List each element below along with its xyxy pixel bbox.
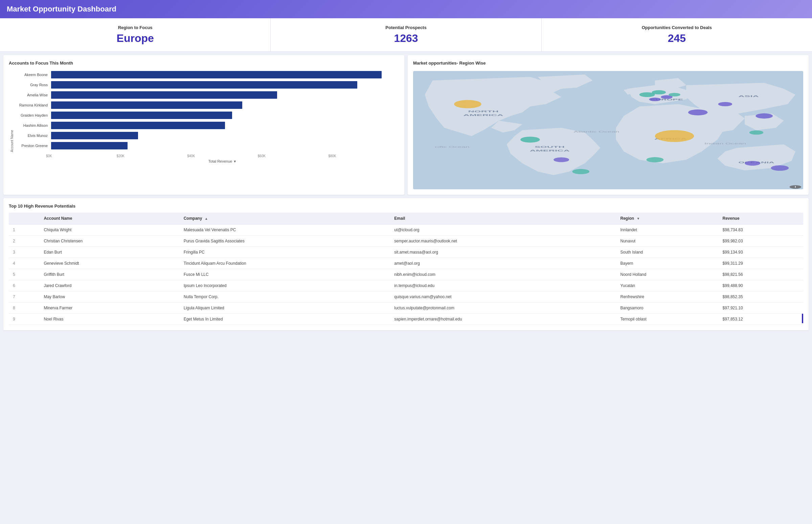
table-row: 7 May Barlow Nulla Tempor Corp. quisque.…: [9, 291, 803, 302]
row-email: nibh.enim@icloud.com: [390, 269, 616, 280]
bar-fill: [51, 101, 242, 109]
table-title: Top 10 High Revenue Potentials: [9, 203, 803, 209]
col-revenue[interactable]: Revenue: [719, 213, 803, 225]
row-revenue: $97,853.12: [719, 314, 803, 325]
bar-label: Graiden Hayden: [14, 113, 51, 117]
bar-label: Hashim Allison: [14, 124, 51, 128]
svg-text:AMERICA: AMERICA: [529, 149, 570, 152]
svg-point-17: [652, 90, 666, 95]
kpi-region-value: Europe: [10, 32, 260, 45]
map-container: NORTH AMERICA SOUTH AMERICA EUROPE ASIA …: [413, 71, 803, 189]
row-num: 5: [9, 269, 39, 280]
row-num: 2: [9, 236, 39, 247]
col-account[interactable]: Account Name: [39, 213, 179, 225]
table-header-row: Account Name Company ▲ Email Region ▼ Re…: [9, 213, 803, 225]
row-revenue: $98,734.83: [719, 225, 803, 236]
col-region[interactable]: Region ▼: [616, 213, 718, 225]
row-region: Renfrewshire: [616, 291, 718, 302]
bar-row: Gray Ross: [14, 81, 399, 88]
row-region: South Island: [616, 247, 718, 258]
svg-text:i: i: [794, 185, 796, 188]
bar-track: [51, 122, 399, 129]
row-revenue: $99,488.90: [719, 280, 803, 291]
bar-label: Elvis Munoz: [14, 133, 51, 137]
kpi-row: Region to Focus Europe Potential Prospec…: [0, 18, 812, 52]
kpi-deals: Opportunities Converted to Deals 245: [542, 18, 812, 51]
col-company[interactable]: Company ▲: [180, 213, 391, 225]
row-revenue: $98,821.56: [719, 269, 803, 280]
row-email: sapien.imperdiet.ornare@hotmail.edu: [390, 314, 616, 325]
svg-point-12: [454, 100, 481, 109]
expand-arrow-icon[interactable]: ▼: [233, 160, 237, 163]
row-company: Eget Metus In Limited: [180, 314, 391, 325]
table-body: 1 Chiquita Wright Malesuada Vel Venenati…: [9, 225, 803, 325]
row-company: Nulla Tempor Corp.: [180, 291, 391, 302]
charts-row: Accounts to Focus This Month Account Nam…: [3, 55, 809, 195]
svg-point-28: [771, 165, 789, 171]
row-company: Fringilla PC: [180, 247, 391, 258]
bar-fill: [51, 122, 225, 129]
table-row: 8 Minerva Farmer Ligula Aliquam Limited …: [9, 302, 803, 314]
x-tick: $20K: [117, 154, 188, 158]
table-section: Top 10 High Revenue Potentials Account N…: [3, 198, 809, 330]
main-content: Accounts to Focus This Month Account Nam…: [0, 52, 812, 334]
bar-label: Ramona Kirkland: [14, 103, 51, 107]
row-account: Griffith Burt: [39, 269, 179, 280]
bar-fill: [51, 132, 138, 139]
row-region: Bangsamoro: [616, 302, 718, 314]
kpi-region: Region to Focus Europe: [0, 18, 271, 51]
row-region: Ternopil oblast: [616, 314, 718, 325]
row-company: Malesuada Vel Venenatis PC: [180, 225, 391, 236]
svg-point-22: [655, 130, 694, 142]
row-num: 4: [9, 258, 39, 269]
world-map-svg: NORTH AMERICA SOUTH AMERICA EUROPE ASIA …: [413, 71, 803, 189]
row-num: 7: [9, 291, 39, 302]
table-row: 5 Griffith Burt Fusce Mi LLC nibh.enim@i…: [9, 269, 803, 280]
svg-point-25: [755, 113, 773, 118]
svg-point-24: [718, 102, 732, 107]
row-region: Innlandet: [616, 225, 718, 236]
table-row: 1 Chiquita Wright Malesuada Vel Venenati…: [9, 225, 803, 236]
bar-track: [51, 112, 399, 119]
bar-row: Elvis Munoz: [14, 132, 399, 139]
row-account: Edan Burt: [39, 247, 179, 258]
row-region: Yucatán: [616, 280, 718, 291]
kpi-prospects: Potential Prospects 1263: [271, 18, 541, 51]
sort-desc-icon: ▼: [636, 217, 640, 220]
table-row: 4 Genevieve Schmidt Tincidunt Aliquam Ar…: [9, 258, 803, 269]
row-company: Fusce Mi LLC: [180, 269, 391, 280]
row-account: Noel Rivas: [39, 314, 179, 325]
row-email: in.tempus@icloud.edu: [390, 280, 616, 291]
bar-fill: [51, 71, 382, 79]
col-email[interactable]: Email: [390, 213, 616, 225]
x-axis: $0K$20K$40K$60K$80K: [9, 154, 399, 158]
row-account: Minerva Farmer: [39, 302, 179, 314]
bar-row: Akeem Boone: [14, 71, 399, 79]
table-header: Account Name Company ▲ Email Region ▼ Re…: [9, 213, 803, 225]
kpi-deals-value: 245: [552, 32, 802, 45]
svg-point-20: [669, 93, 680, 97]
svg-point-19: [649, 98, 661, 101]
bar-fill: [51, 112, 232, 119]
bar-track: [51, 101, 399, 109]
row-revenue: $99,134.93: [719, 247, 803, 258]
map-title: Market opportunities- Region Wise: [413, 61, 803, 66]
row-num: 8: [9, 302, 39, 314]
row-region: Noord Holland: [616, 269, 718, 280]
table-row: 3 Edan Burt Fringilla PC sit.amet.massa@…: [9, 247, 803, 258]
row-revenue: $99,982.03: [719, 236, 803, 247]
svg-point-23: [646, 157, 664, 162]
row-account: May Barlow: [39, 291, 179, 302]
row-num: 3: [9, 247, 39, 258]
scroll-indicator: [802, 314, 803, 323]
bar-track: [51, 142, 399, 149]
table-row: 9 Noel Rivas Eget Metus In Limited sapie…: [9, 314, 803, 325]
row-company: Purus Gravida Sagittis Associates: [180, 236, 391, 247]
bar-row: Amelia Wise: [14, 91, 399, 99]
map-panel: Market opportunities- Region Wise: [408, 55, 809, 195]
bar-label: Preston Greene: [14, 144, 51, 148]
row-account: Chiquita Wright: [39, 225, 179, 236]
svg-text:ASIA: ASIA: [738, 95, 759, 98]
svg-text:cific Ocean: cific Ocean: [435, 146, 469, 148]
bar-chart: Akeem Boone Gray Ross Amelia Wise Ramona…: [14, 71, 399, 152]
